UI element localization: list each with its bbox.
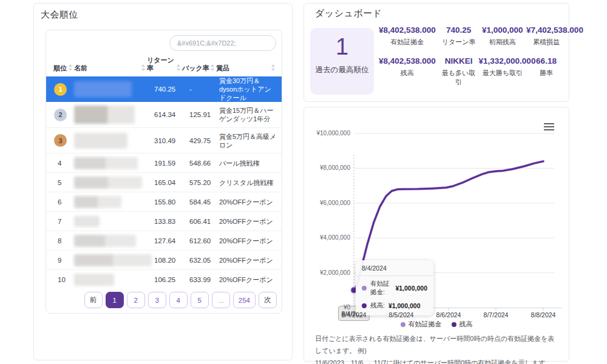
prev-page-button[interactable]: 前 (84, 292, 103, 308)
y-axis-label: ¥2,000,000 (307, 269, 350, 276)
page-button-254[interactable]: 254 (233, 292, 256, 308)
return-rate-value: 310.49 (147, 137, 182, 144)
return-rate-value: 740.25 (147, 86, 182, 93)
rank-badge: 1 (54, 83, 67, 96)
stat-value: ¥1,000,000 (479, 25, 527, 35)
page-button-5[interactable]: 5 (191, 292, 209, 308)
legend-label: 残高 (459, 320, 473, 329)
back-rate-value: 606.41 (182, 218, 216, 225)
next-page-button[interactable]: 次 (259, 292, 277, 308)
stat-cell: ¥8,402,538.000残高 (376, 56, 439, 87)
column-header-3[interactable]: バック率 (182, 64, 216, 72)
footnote-line-2: 11/6/2023 11/6 → 11/7に掛けてのサーバー時間0時の有効証拠金… (315, 357, 560, 364)
table-row[interactable]: 1740.25-賞金30万円＆dysonホットアンドクール (46, 76, 282, 102)
player-name-redacted (74, 133, 127, 149)
back-rate-value: 125.91 (182, 111, 216, 118)
table-row[interactable]: 6155.80584.4520%OFFクーポン (46, 192, 282, 211)
stats-grid: ¥8,402,538.000有効証拠金740.25リターン率¥1,000,000… (376, 25, 566, 87)
rank-number: 9 (53, 257, 61, 264)
column-header-label: 順位 (53, 64, 67, 72)
stat-label: 初期残高 (479, 38, 527, 47)
back-rate-value: 548.66 (182, 160, 216, 167)
table-row[interactable]: 7133.83606.4120%OFFクーポン (46, 211, 282, 231)
return-rate-value: 155.80 (147, 198, 182, 206)
x-axis-label: 8/7/2024 (476, 311, 515, 318)
sort-icon[interactable] (69, 64, 73, 71)
ranking-panel-title: 大会順位 (41, 9, 78, 21)
return-rate-value: 614.34 (147, 111, 182, 118)
chart-menu-icon[interactable] (544, 123, 554, 132)
return-rate-value: 127.64 (147, 237, 182, 244)
stat-label: 勝率 (526, 69, 566, 78)
page-button-1[interactable]: 1 (106, 292, 124, 308)
dashboard-stats-panel: ダッシュボード 1 過去の最高順位 ¥8,402,538.000有効証拠金740… (304, 3, 569, 102)
tooltip-series-label: 残高: (370, 302, 385, 310)
prize-text: 20%OFFクーポン (216, 237, 277, 245)
legend-item[interactable]: 残高 (452, 320, 473, 329)
back-rate-value: 612.60 (182, 237, 216, 244)
prize-text: 20%OFFクーポン (216, 198, 277, 206)
page-button-4[interactable]: 4 (169, 292, 188, 308)
rank-number: 5 (53, 179, 61, 186)
stat-label: 最大勝ち取引 (479, 69, 527, 78)
back-rate-value: 575.20 (182, 179, 216, 186)
column-header-1[interactable]: 名前 (74, 64, 147, 72)
ranking-panel: 大会順位 順位名前リターン率バック率賞品 1740.25-賞金30万円＆dyso… (33, 3, 293, 360)
return-rate-value: 165.04 (147, 179, 182, 186)
stat-cell: ¥7,402,538.000累積損益 (526, 25, 566, 47)
stat-value: 66.18 (526, 56, 566, 66)
stat-value: ¥1,332,000.000 (479, 56, 527, 66)
column-header-2[interactable]: リターン率 (147, 56, 182, 72)
stat-value: ¥8,402,538.000 (376, 25, 439, 35)
column-header-0[interactable]: 順位 (53, 64, 74, 72)
table-row[interactable]: 10106.25633.9920%OFFクーポン (46, 269, 282, 289)
prize-text: 賞金15万円＆ハーゲンダッツ1年分 (216, 106, 277, 123)
stat-value: ¥7,402,538.000 (526, 25, 566, 35)
table-row[interactable]: 3310.49429.75賞金5万円＆高級メロン (46, 127, 282, 153)
sort-icon[interactable] (271, 64, 276, 71)
stat-value: 740.25 (439, 25, 479, 35)
tooltip-series-label: 有効証拠金: (370, 280, 392, 297)
tooltip-row: 有効証拠金:¥1,000,000 (356, 276, 433, 298)
page-ellipsis[interactable]: ... (212, 292, 230, 308)
table-row[interactable]: 9108.20632.0520%OFFクーポン (46, 250, 282, 269)
return-rate-value: 108.20 (147, 257, 182, 264)
prize-text: 20%OFFクーポン (216, 275, 277, 284)
table-row[interactable]: 4191.59548.66パール挑戦権 (46, 153, 282, 172)
sort-icon[interactable] (177, 64, 181, 71)
legend-item[interactable]: 有効証拠金 (401, 320, 442, 329)
prize-text: 賞金30万円＆dysonホットアンドクール (216, 76, 277, 102)
player-name-redacted (74, 254, 152, 266)
stat-label: 有効証拠金 (376, 38, 439, 47)
page: { "ranking_panel": { "title": "大会順位", "s… (0, 0, 607, 364)
table-row[interactable]: 2614.34125.91賞金15万円＆ハーゲンダッツ1年分 (46, 102, 282, 127)
back-rate-value: 584.45 (182, 198, 216, 206)
search-input[interactable] (169, 35, 276, 51)
table-row[interactable]: 5165.04575.20クリスタル挑戦権 (46, 172, 282, 192)
stat-cell: ¥8,402,538.000有効証拠金 (376, 25, 439, 47)
stat-cell: ¥1,000,000初期残高 (479, 25, 527, 47)
page-button-3[interactable]: 3 (148, 292, 166, 308)
prize-text: 20%OFFクーポン (216, 256, 277, 265)
equity-line-chart (304, 107, 570, 317)
return-rate-value: 191.59 (147, 160, 182, 167)
rank-number: 4 (53, 160, 61, 167)
stat-cell: 740.25リターン率 (439, 25, 479, 47)
rank-badge: 3 (54, 134, 67, 147)
player-name-redacted (74, 81, 132, 97)
stat-cell: ¥1,332,000.000最大勝ち取引 (479, 56, 527, 87)
rank-number: 6 (53, 198, 61, 206)
column-header-label: バック率 (182, 64, 209, 72)
table-row[interactable]: 8127.64612.6020%OFFクーポン (46, 231, 282, 250)
series-dot-icon (452, 322, 456, 327)
y-axis-label: ¥4,000,000 (307, 234, 350, 241)
rank-number: 10 (53, 276, 66, 283)
column-header-4[interactable]: 賞品 (216, 64, 277, 72)
page-button-2[interactable]: 2 (127, 292, 145, 308)
back-rate-value: - (182, 86, 216, 93)
best-rank-card: 1 過去の最高順位 (310, 28, 374, 95)
sort-icon[interactable] (141, 64, 146, 71)
sort-icon[interactable] (211, 64, 215, 71)
rank-number: 7 (53, 218, 61, 225)
player-name-redacted (74, 235, 136, 247)
